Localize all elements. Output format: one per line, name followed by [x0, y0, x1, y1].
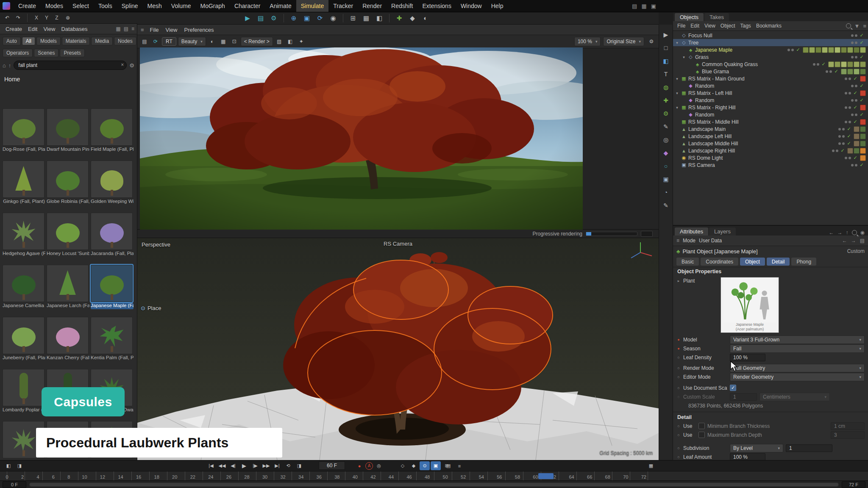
object-name[interactable]: Blue Grama: [702, 69, 824, 75]
plane-tool-icon[interactable]: □: [661, 43, 671, 53]
asset-thumbnail[interactable]: [91, 108, 133, 146]
layout-icon[interactable]: ▤: [632, 3, 637, 9]
object-tags[interactable]: [860, 76, 866, 82]
timeline-menu-button[interactable]: ≡: [454, 461, 465, 470]
camera-label[interactable]: RS Camera: [384, 241, 412, 247]
lock-icon[interactable]: ◉: [860, 230, 865, 236]
object-tags[interactable]: [860, 90, 866, 96]
expand-icon[interactable]: ▾: [675, 105, 679, 110]
snap-icon[interactable]: ▦: [360, 13, 372, 23]
object-name[interactable]: Tree: [688, 40, 850, 46]
om-menu-item[interactable]: View: [702, 23, 718, 29]
asset-thumbnail[interactable]: [91, 317, 133, 354]
asset-menu-item[interactable]: Edit: [25, 26, 40, 32]
asset-menu-item[interactable]: Databases: [58, 26, 90, 32]
range-end-field[interactable]: 72 F: [842, 481, 865, 488]
region-icon[interactable]: ⊡: [230, 36, 239, 47]
forward-icon[interactable]: →: [837, 230, 843, 236]
object-row[interactable]: ▾ ▦ RS Matrix - Right Hill: [673, 104, 868, 111]
timeline-option2-icon[interactable]: ◨: [14, 461, 25, 470]
mode-burger-icon[interactable]: ≡: [676, 238, 679, 244]
season-dropdown[interactable]: Fall▾: [730, 344, 865, 353]
asset-thumbnail[interactable]: [47, 213, 89, 250]
current-frame-field[interactable]: 60 F: [319, 461, 345, 470]
asset-thumbnail[interactable]: [47, 161, 89, 198]
asset-item[interactable]: Golden Weeping Willo...: [91, 161, 134, 205]
perspective-viewport[interactable]: Perspective RS Camera ⊙ Place Grid Spaci…: [137, 238, 659, 460]
time-tool-icon[interactable]: ◔: [661, 187, 671, 197]
expand-icon[interactable]: ▾: [682, 55, 686, 59]
menu-item[interactable]: Tools: [94, 0, 117, 12]
refresh-icon[interactable]: ⟳: [151, 36, 160, 47]
visibility-dots[interactable]: [851, 42, 857, 44]
object-name[interactable]: Random: [695, 112, 850, 118]
search-settings-icon[interactable]: ⚙: [129, 62, 134, 69]
render-settings-icon[interactable]: ⚙: [268, 13, 280, 23]
asset-thumbnail[interactable]: [47, 108, 89, 146]
render-source-dropdown[interactable]: < Render >: [241, 37, 273, 46]
custom-scale-unit-dropdown[interactable]: Centimeters▾: [760, 393, 830, 401]
om-menu-item[interactable]: Tags: [738, 23, 754, 29]
use-document-scale-checkbox[interactable]: [730, 385, 736, 391]
asset-item[interactable]: Lombardy Poplar (Fall...: [3, 369, 45, 413]
text-tool-icon[interactable]: T: [661, 69, 671, 79]
menu-item[interactable]: Volume: [167, 0, 196, 12]
grid-view-icon[interactable]: ▦: [116, 26, 120, 32]
max-branch-checkbox[interactable]: [698, 432, 705, 438]
asset-thumbnail[interactable]: [91, 213, 133, 250]
custom-dropdown[interactable]: Custom: [847, 248, 865, 254]
enabled-check-icon[interactable]: [852, 76, 858, 81]
object-name[interactable]: Common Quaking Grass: [702, 61, 812, 67]
object-name[interactable]: Japanese Maple: [695, 47, 786, 53]
range-scrollbar[interactable]: [29, 482, 839, 487]
plant-preview-thumbnail[interactable]: Japanese Maple (Acer palmatum): [721, 277, 779, 333]
asset-item[interactable]: Honey Locust 'Sunbur...: [47, 213, 89, 257]
menu-item[interactable]: Render: [358, 0, 387, 12]
visibility-dots[interactable]: [838, 128, 845, 130]
menu-item[interactable]: Help: [487, 0, 508, 12]
object-tags[interactable]: [853, 126, 866, 132]
loop-button[interactable]: ⟲: [283, 461, 293, 470]
gear-icon[interactable]: ⚙: [647, 36, 656, 47]
enabled-check-icon[interactable]: [859, 162, 865, 168]
section-tab[interactable]: Basic: [676, 258, 699, 266]
filter-tab[interactable]: All: [22, 37, 35, 45]
asset-menu-item[interactable]: View: [40, 26, 58, 32]
visibility-dots[interactable]: [851, 114, 857, 116]
asset-thumbnail[interactable]: [3, 213, 45, 250]
visibility-dots[interactable]: [851, 34, 857, 37]
expand-icon[interactable]: ▾: [675, 91, 679, 95]
scale-tool-icon[interactable]: ▣: [301, 13, 313, 23]
autokey-button[interactable]: A: [365, 462, 373, 470]
object-row[interactable]: ▾ ◇ Grass: [673, 53, 868, 61]
deformer-icon[interactable]: ◆: [661, 148, 671, 158]
asset-thumbnail[interactable]: [91, 265, 133, 302]
filter-tab[interactable]: Auto: [3, 37, 21, 45]
manager-tab[interactable]: Objects: [675, 13, 704, 21]
enabled-check-icon[interactable]: [852, 155, 858, 161]
asset-menu-item[interactable]: Create: [3, 26, 25, 32]
history-forward-icon[interactable]: →: [851, 238, 856, 244]
object-row[interactable]: ▾ ▦ RS Matrix - Left Hill: [673, 89, 868, 97]
menu-item[interactable]: Window: [456, 0, 487, 12]
object-tags[interactable]: [840, 69, 866, 75]
expand-icon[interactable]: ▾: [675, 41, 679, 45]
asset-thumbnail[interactable]: [3, 317, 45, 354]
editor-mode-dropdown[interactable]: Render Geometry▾: [730, 373, 865, 381]
timeline-option-icon[interactable]: ◧: [3, 461, 14, 470]
timeline-ruler[interactable]: 0246810121416182022242628303234363840424…: [0, 471, 868, 481]
menu-item[interactable]: Modes: [41, 0, 68, 12]
channel-icon[interactable]: ◐: [208, 36, 217, 47]
move-tool-icon[interactable]: ⊕: [288, 13, 300, 23]
next-key-button[interactable]: ▶▶: [261, 461, 271, 470]
mode-button[interactable]: Mode: [683, 238, 696, 244]
visibility-dots[interactable]: [838, 135, 845, 138]
object-row[interactable]: ◉ RS Dome Light: [673, 154, 868, 161]
coordinate-system-icon[interactable]: ⊕: [63, 13, 72, 23]
pen-tool-icon[interactable]: ✎: [661, 122, 671, 132]
manager-tab[interactable]: Takes: [704, 13, 729, 21]
asset-thumbnail[interactable]: [3, 161, 45, 198]
compare-icon[interactable]: ◧: [286, 36, 295, 47]
axis-lock-button[interactable]: Z: [52, 13, 61, 23]
object-row[interactable]: ▲ Landscape Right Hill: [673, 147, 868, 154]
